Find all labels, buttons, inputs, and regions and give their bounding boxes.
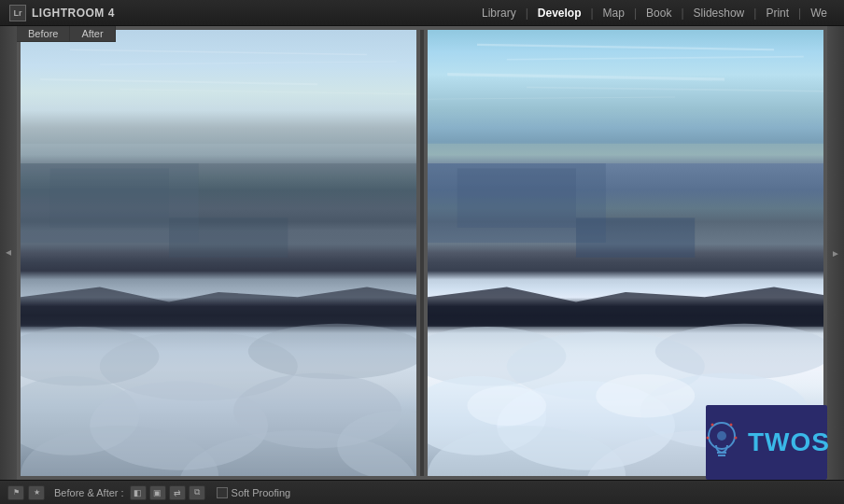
- before-after-label: Before & After :: [54, 487, 124, 498]
- before-photo: [21, 30, 416, 476]
- svg-line-19: [507, 57, 804, 60]
- before-label: Before: [17, 26, 70, 42]
- svg-marker-27: [428, 287, 823, 327]
- svg-line-21: [527, 87, 823, 91]
- right-panel-collapse-arrow: ►: [831, 248, 840, 259]
- svg-rect-6: [50, 168, 169, 228]
- svg-point-44: [730, 423, 733, 426]
- nav-book[interactable]: Book: [639, 5, 679, 21]
- nav-web[interactable]: We: [803, 5, 835, 21]
- image-divider[interactable]: [420, 30, 424, 476]
- svg-rect-25: [457, 168, 576, 228]
- svg-line-0: [70, 49, 367, 54]
- top-bar: Lr LIGHTROOM 4 Library | Develop | Map |…: [0, 0, 844, 26]
- svg-point-37: [467, 386, 546, 426]
- svg-rect-4: [21, 144, 416, 163]
- svg-rect-24: [428, 163, 606, 243]
- svg-line-18: [477, 45, 774, 49]
- toolbar-left: ⚑ ★: [7, 485, 45, 500]
- nav-print[interactable]: Print: [758, 5, 796, 21]
- nav-menu: Library | Develop | Map | Book | Slidesh…: [474, 5, 835, 21]
- left-panel-collapse-arrow: ►: [4, 248, 13, 259]
- compare-swap-button[interactable]: ⇄: [169, 485, 186, 500]
- nav-library[interactable]: Library: [474, 5, 524, 21]
- svg-point-43: [711, 423, 714, 426]
- soft-proofing-label: Soft Proofing: [232, 487, 291, 498]
- compare-split-button[interactable]: ◧: [130, 485, 147, 500]
- compare-side-button[interactable]: ▣: [149, 485, 166, 500]
- left-panel[interactable]: ►: [0, 26, 17, 480]
- svg-point-17: [179, 430, 416, 476]
- before-image-panel: [21, 30, 416, 476]
- svg-point-14: [233, 373, 401, 449]
- toolbar-icons: ◧ ▣ ⇄ ⧉: [130, 485, 205, 500]
- svg-line-22: [428, 97, 675, 99]
- svg-line-2: [40, 79, 317, 84]
- svg-point-16: [21, 426, 218, 476]
- twos-logo-icon: [703, 414, 740, 470]
- svg-point-35: [428, 426, 626, 476]
- comparison-labels: Before After: [17, 26, 116, 42]
- right-panel[interactable]: ►: [827, 26, 844, 480]
- svg-point-32: [497, 381, 675, 469]
- svg-point-30: [655, 324, 823, 379]
- twos-watermark: TWOS: [706, 405, 827, 480]
- svg-marker-8: [21, 287, 416, 327]
- nav-slideshow[interactable]: Slideshow: [686, 5, 753, 21]
- soft-proofing-checkbox[interactable]: [217, 487, 228, 498]
- nav-develop[interactable]: Develop: [530, 5, 589, 21]
- app-logo: Lr LIGHTROOM 4: [9, 5, 115, 21]
- svg-point-45: [707, 436, 710, 439]
- svg-rect-26: [576, 217, 695, 257]
- svg-line-1: [100, 62, 397, 64]
- flag-button[interactable]: ⚑: [7, 485, 24, 500]
- svg-point-31: [428, 376, 546, 455]
- before-photo-overlay: [21, 30, 416, 476]
- after-label: After: [70, 26, 115, 42]
- svg-point-42: [717, 431, 726, 441]
- svg-point-11: [248, 324, 416, 379]
- svg-point-29: [507, 331, 705, 400]
- svg-point-38: [596, 374, 695, 418]
- svg-point-13: [90, 381, 268, 469]
- app-title: LIGHTROOM 4: [32, 7, 115, 20]
- compare-copy-button[interactable]: ⧉: [189, 485, 205, 500]
- svg-rect-7: [169, 217, 288, 257]
- soft-proofing-section: Soft Proofing: [217, 487, 291, 498]
- lr-icon: Lr: [9, 5, 26, 21]
- svg-rect-5: [21, 163, 199, 243]
- star-button[interactable]: ★: [28, 485, 45, 500]
- svg-line-3: [120, 90, 416, 94]
- svg-point-12: [21, 376, 139, 455]
- nav-map[interactable]: Map: [596, 5, 632, 21]
- svg-point-15: [337, 411, 416, 476]
- twos-brand-text: TWOS: [748, 427, 830, 457]
- bottom-bar: ⚑ ★ Before & After : ◧ ▣ ⇄ ⧉ Soft Proofi…: [0, 480, 844, 504]
- svg-rect-23: [428, 144, 823, 163]
- svg-point-10: [100, 331, 298, 400]
- svg-point-46: [735, 436, 738, 439]
- svg-point-28: [428, 327, 566, 386]
- svg-line-20: [447, 75, 724, 79]
- svg-point-9: [21, 327, 159, 386]
